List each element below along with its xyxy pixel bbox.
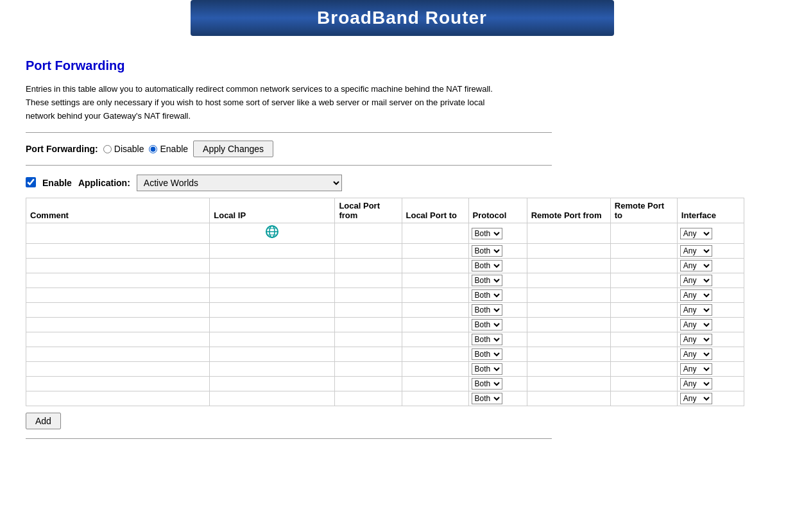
protocol-select[interactable]: BothTCPUDP bbox=[472, 363, 502, 375]
protocol-select[interactable]: BothTCPUDP bbox=[472, 275, 502, 286]
local-ip-input[interactable] bbox=[212, 246, 332, 256]
local-port-to-input[interactable] bbox=[405, 320, 466, 330]
local-port-to-input[interactable] bbox=[405, 394, 466, 404]
local-port-from-input[interactable] bbox=[338, 320, 398, 330]
comment-input[interactable] bbox=[29, 350, 207, 359]
interface-select[interactable]: AnyWANLAN bbox=[680, 245, 712, 257]
protocol-select[interactable]: BothTCPUDP bbox=[472, 289, 502, 301]
remote-port-to-input[interactable] bbox=[613, 261, 674, 271]
comment-input[interactable] bbox=[29, 320, 207, 330]
local-port-to-input[interactable] bbox=[405, 246, 466, 256]
interface-select[interactable]: AnyWANLAN bbox=[680, 348, 712, 360]
local-port-to-input[interactable] bbox=[405, 350, 466, 359]
protocol-select[interactable]: BothTCPUDP bbox=[472, 393, 502, 404]
remote-port-to-input[interactable] bbox=[613, 305, 674, 315]
local-ip-input[interactable] bbox=[212, 261, 332, 271]
local-port-from-input[interactable] bbox=[338, 305, 398, 315]
local-port-to-input[interactable] bbox=[405, 291, 466, 300]
remote-port-to-input[interactable] bbox=[613, 276, 674, 286]
remote-port-from-input[interactable] bbox=[530, 228, 608, 238]
local-ip-input[interactable] bbox=[212, 379, 332, 389]
local-port-from-input[interactable] bbox=[338, 261, 398, 271]
local-ip-input[interactable] bbox=[212, 350, 332, 359]
remote-port-to-input[interactable] bbox=[613, 246, 674, 256]
comment-input[interactable] bbox=[29, 365, 207, 374]
protocol-select[interactable]: BothTCPUDP bbox=[472, 319, 502, 330]
protocol-select[interactable]: BothTCPUDP bbox=[472, 334, 502, 345]
remote-port-from-input[interactable] bbox=[530, 261, 608, 271]
comment-input[interactable] bbox=[29, 291, 207, 300]
local-port-to-input[interactable] bbox=[405, 276, 466, 286]
comment-input[interactable] bbox=[29, 394, 207, 404]
remote-port-to-input[interactable] bbox=[613, 394, 674, 404]
disable-radio-label[interactable]: Disable bbox=[103, 144, 144, 154]
interface-select[interactable]: AnyWANLAN bbox=[680, 319, 712, 330]
interface-select[interactable]: AnyWANLAN bbox=[680, 378, 712, 390]
remote-port-to-input[interactable] bbox=[613, 320, 674, 330]
interface-select[interactable]: AnyWANLAN bbox=[680, 304, 712, 316]
local-port-from-input[interactable] bbox=[338, 350, 398, 359]
local-port-to-input[interactable] bbox=[405, 261, 466, 271]
local-port-to-input[interactable] bbox=[405, 305, 466, 315]
add-button[interactable]: Add bbox=[26, 413, 61, 429]
remote-port-to-input[interactable] bbox=[613, 291, 674, 300]
local-port-from-input[interactable] bbox=[338, 379, 398, 389]
comment-input[interactable] bbox=[29, 228, 207, 238]
disable-radio[interactable] bbox=[103, 145, 112, 153]
enable-checkbox[interactable] bbox=[26, 177, 36, 187]
local-ip-input[interactable] bbox=[212, 365, 332, 374]
apply-changes-button[interactable]: Apply Changes bbox=[193, 141, 273, 157]
remote-port-from-input[interactable] bbox=[530, 320, 608, 330]
protocol-select[interactable]: BothTCPUDP bbox=[472, 348, 502, 360]
remote-port-from-input[interactable] bbox=[530, 350, 608, 359]
local-port-from-input[interactable] bbox=[338, 335, 398, 345]
interface-select[interactable]: AnyWANLAN bbox=[680, 393, 712, 404]
local-port-to-input[interactable] bbox=[405, 379, 466, 389]
local-port-to-input[interactable] bbox=[405, 228, 466, 238]
comment-input[interactable] bbox=[29, 379, 207, 389]
local-port-from-input[interactable] bbox=[338, 291, 398, 300]
local-port-from-input[interactable] bbox=[338, 365, 398, 374]
remote-port-to-input[interactable] bbox=[613, 350, 674, 359]
comment-input[interactable] bbox=[29, 335, 207, 345]
protocol-select[interactable]: BothTCPUDP bbox=[472, 245, 502, 257]
remote-port-to-input[interactable] bbox=[613, 335, 674, 345]
local-ip-input[interactable] bbox=[212, 291, 332, 300]
local-port-to-input[interactable] bbox=[405, 335, 466, 345]
remote-port-from-input[interactable] bbox=[530, 335, 608, 345]
application-select[interactable]: Active WorldsAIM TalkDNSFTPHTTPHTTPSIMAP… bbox=[137, 175, 342, 191]
interface-select[interactable]: AnyWANLAN bbox=[680, 228, 712, 239]
local-port-from-input[interactable] bbox=[338, 246, 398, 256]
comment-input[interactable] bbox=[29, 276, 207, 286]
interface-select[interactable]: AnyWANLAN bbox=[680, 334, 712, 345]
remote-port-from-input[interactable] bbox=[530, 305, 608, 315]
protocol-select[interactable]: BothTCPUDP bbox=[472, 228, 502, 239]
local-port-to-input[interactable] bbox=[405, 365, 466, 374]
interface-select[interactable]: AnyWANLAN bbox=[680, 275, 712, 286]
protocol-select[interactable]: BothTCPUDP bbox=[472, 260, 502, 271]
local-port-from-input[interactable] bbox=[338, 276, 398, 286]
protocol-select[interactable]: BothTCPUDP bbox=[472, 378, 502, 390]
interface-select[interactable]: AnyWANLAN bbox=[680, 289, 712, 301]
remote-port-from-input[interactable] bbox=[530, 246, 608, 256]
remote-port-from-input[interactable] bbox=[530, 365, 608, 374]
interface-select[interactable]: AnyWANLAN bbox=[680, 260, 712, 271]
interface-select[interactable]: AnyWANLAN bbox=[680, 363, 712, 375]
local-ip-input[interactable] bbox=[212, 305, 332, 315]
local-port-from-input[interactable] bbox=[338, 394, 398, 404]
enable-radio-label[interactable]: Enable bbox=[149, 144, 188, 154]
enable-radio[interactable] bbox=[149, 145, 157, 153]
local-ip-input[interactable] bbox=[212, 394, 332, 404]
remote-port-to-input[interactable] bbox=[613, 379, 674, 389]
remote-port-from-input[interactable] bbox=[530, 276, 608, 286]
local-ip-input[interactable] bbox=[212, 276, 332, 286]
comment-input[interactable] bbox=[29, 261, 207, 271]
local-ip-input[interactable] bbox=[212, 320, 332, 330]
remote-port-from-input[interactable] bbox=[530, 379, 608, 389]
local-port-from-input[interactable] bbox=[338, 228, 398, 238]
protocol-select[interactable]: BothTCPUDP bbox=[472, 304, 502, 316]
local-ip-input[interactable] bbox=[212, 335, 332, 345]
remote-port-to-input[interactable] bbox=[613, 365, 674, 374]
remote-port-to-input[interactable] bbox=[613, 228, 674, 238]
remote-port-from-input[interactable] bbox=[530, 291, 608, 300]
